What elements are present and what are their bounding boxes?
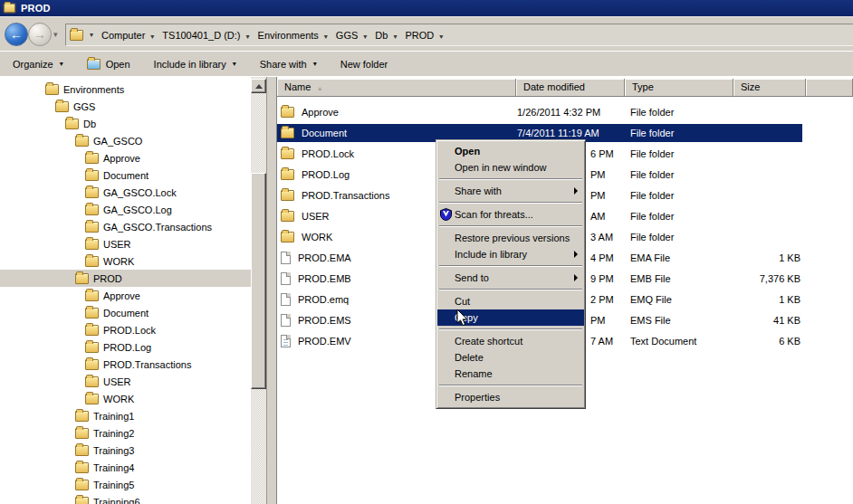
chevron-down-icon[interactable]: ▾ bbox=[324, 33, 328, 41]
chevron-down-icon[interactable]: ▾ bbox=[363, 33, 367, 41]
breadcrumb-item[interactable]: Db bbox=[375, 30, 388, 41]
folder-icon bbox=[85, 376, 99, 387]
breadcrumb-item[interactable]: Computer bbox=[101, 30, 145, 41]
tree-item-label: GA_GSCO.Log bbox=[103, 204, 172, 215]
tree-item-training1[interactable]: Training1 bbox=[0, 407, 251, 424]
tree-item-environments[interactable]: Environments bbox=[0, 81, 251, 98]
back-button[interactable]: ← bbox=[5, 23, 28, 46]
toolbar-button-include-in-library[interactable]: Include in library▾ bbox=[154, 59, 236, 70]
tree-item-work[interactable]: WORK bbox=[0, 390, 251, 407]
menu-item-restore-previous-versions[interactable]: Restore previous versions bbox=[437, 230, 584, 246]
column-header-label: Type bbox=[632, 81, 654, 92]
menu-item-cut[interactable]: Cut bbox=[437, 293, 584, 309]
toolbar-button-label: Open bbox=[106, 59, 130, 70]
menu-item-delete[interactable]: Delete bbox=[437, 349, 584, 366]
name-cell: PROD.Log bbox=[281, 166, 350, 184]
menu-item-send-to[interactable]: Send to bbox=[437, 270, 584, 286]
name-cell: PROD.EMB bbox=[281, 270, 351, 288]
folder-icon bbox=[85, 222, 99, 233]
tree-item-label: GA_GSCO.Transactions bbox=[103, 222, 212, 233]
submenu-arrow-icon bbox=[574, 187, 578, 195]
date-modified-cell: 2 PM bbox=[590, 290, 614, 309]
toolbar-button-label: Include in library bbox=[154, 59, 226, 70]
chevron-down-icon[interactable]: ▾ bbox=[439, 33, 443, 41]
menu-item-include-in-library[interactable]: Include in library bbox=[437, 246, 584, 262]
tree-item-label: WORK bbox=[103, 394, 134, 404]
table-row[interactable]: Approve1/26/2011 4:32 PMFile folder bbox=[277, 103, 802, 121]
file-name: PROD.emq bbox=[298, 290, 349, 309]
chevron-down-icon[interactable]: ▾ bbox=[246, 33, 250, 41]
type-cell: File folder bbox=[630, 145, 674, 163]
tree-item-training3[interactable]: Training3 bbox=[0, 442, 251, 459]
tree-item-ga_gsco[interactable]: GA_GSCO bbox=[0, 132, 251, 149]
tree-item-prod.log[interactable]: PROD.Log bbox=[0, 338, 251, 356]
tree-item-ga_gsco.lock[interactable]: GA_GSCO.Lock bbox=[0, 184, 251, 201]
menu-item-create-shortcut[interactable]: Create shortcut bbox=[437, 333, 584, 349]
tree-item-approve[interactable]: Approve bbox=[0, 287, 251, 304]
tree-item-document[interactable]: Document bbox=[0, 166, 251, 184]
chevron-down-icon[interactable]: ▾ bbox=[150, 33, 154, 41]
size-cell: 6 KB bbox=[733, 332, 800, 350]
tree-item-ggs[interactable]: GGS bbox=[0, 98, 251, 115]
toolbar-button-open[interactable]: Open bbox=[87, 59, 130, 70]
context-menu: OpenOpen in new windowShare withScan for… bbox=[436, 139, 586, 409]
breadcrumb-item[interactable]: PROD bbox=[405, 30, 434, 41]
chevron-down-icon[interactable]: ▾ bbox=[90, 31, 93, 39]
scroll-up-icon bbox=[255, 84, 263, 89]
type-cell: File folder bbox=[630, 207, 674, 225]
toolbar-button-label: Organize bbox=[13, 59, 53, 70]
chevron-down-icon[interactable]: ▾ bbox=[393, 33, 397, 41]
type-cell: EMA File bbox=[630, 249, 670, 267]
folder-icon bbox=[75, 273, 89, 284]
menu-item-share-with[interactable]: Share with bbox=[437, 183, 584, 199]
breadcrumb-item[interactable]: TS100401_D (D:) bbox=[162, 30, 240, 41]
tree-item-work[interactable]: WORK bbox=[0, 252, 251, 270]
toolbar-button-share-with[interactable]: Share with▾ bbox=[260, 59, 317, 70]
scroll-up-button[interactable] bbox=[251, 79, 266, 93]
menu-item-rename[interactable]: Rename bbox=[437, 366, 584, 382]
toolbar-button-organize[interactable]: Organize▾ bbox=[13, 59, 63, 70]
tree-item-prod.lock[interactable]: PROD.Lock bbox=[0, 321, 251, 338]
menu-separator bbox=[439, 178, 582, 180]
size-cell bbox=[733, 103, 800, 121]
menu-item-open-in-new-window[interactable]: Open in new window bbox=[437, 159, 584, 176]
breadcrumb-item[interactable]: GGS bbox=[336, 30, 358, 41]
pane-splitter[interactable] bbox=[266, 77, 277, 504]
tree-item-prod.transactions[interactable]: PROD.Transactions bbox=[0, 356, 251, 373]
history-dropdown-icon[interactable]: ▾ bbox=[53, 30, 58, 39]
file-name: USER bbox=[302, 207, 330, 225]
breadcrumb-folder-icon[interactable] bbox=[70, 30, 83, 41]
forward-button[interactable]: → bbox=[28, 23, 52, 46]
scrollbar-thumb[interactable] bbox=[251, 173, 266, 389]
tree-item-prod[interactable]: PROD bbox=[0, 270, 251, 287]
breadcrumb-item[interactable]: Environments bbox=[258, 30, 319, 41]
tree-item-user[interactable]: USER bbox=[0, 235, 251, 252]
column-header-date-modified[interactable]: Date modified bbox=[516, 79, 625, 97]
tree-item-trainning6[interactable]: Trainning6 bbox=[0, 493, 251, 504]
submenu-arrow-icon bbox=[574, 274, 578, 281]
tree-item-training4[interactable]: Training4 bbox=[0, 459, 251, 476]
column-header-type[interactable]: Type bbox=[625, 79, 733, 97]
folder-icon bbox=[85, 342, 99, 353]
tree-item-ga_gsco.transactions[interactable]: GA_GSCO.Transactions bbox=[0, 218, 251, 235]
tree-item-label: USER bbox=[103, 239, 131, 250]
file-name: PROD.EMV bbox=[298, 332, 351, 350]
tree-scrollbar[interactable] bbox=[251, 77, 266, 504]
toolbar-button-new-folder[interactable]: New folder bbox=[340, 59, 388, 70]
tree-item-user[interactable]: USER bbox=[0, 373, 251, 390]
column-header-size[interactable]: Size bbox=[733, 79, 806, 97]
tree-item-document[interactable]: Document bbox=[0, 304, 251, 321]
file-name: Document bbox=[302, 124, 347, 142]
menu-item-open[interactable]: Open bbox=[437, 143, 584, 159]
tree-item-ga_gsco.log[interactable]: GA_GSCO.Log bbox=[0, 201, 251, 218]
tree-item-db[interactable]: Db bbox=[0, 115, 251, 132]
type-cell: File folder bbox=[630, 124, 674, 142]
column-header-name[interactable]: Name▴ bbox=[277, 79, 516, 97]
menu-item-properties[interactable]: Properties bbox=[437, 389, 584, 405]
menu-item-label: Create shortcut bbox=[455, 336, 522, 347]
folder-icon bbox=[85, 170, 99, 181]
tree-item-approve[interactable]: Approve bbox=[0, 149, 251, 166]
tree-item-training2[interactable]: Training2 bbox=[0, 424, 251, 442]
tree-item-training5[interactable]: Training5 bbox=[0, 476, 251, 493]
menu-item-scan-for-threats-[interactable]: Scan for threats... bbox=[437, 206, 584, 223]
